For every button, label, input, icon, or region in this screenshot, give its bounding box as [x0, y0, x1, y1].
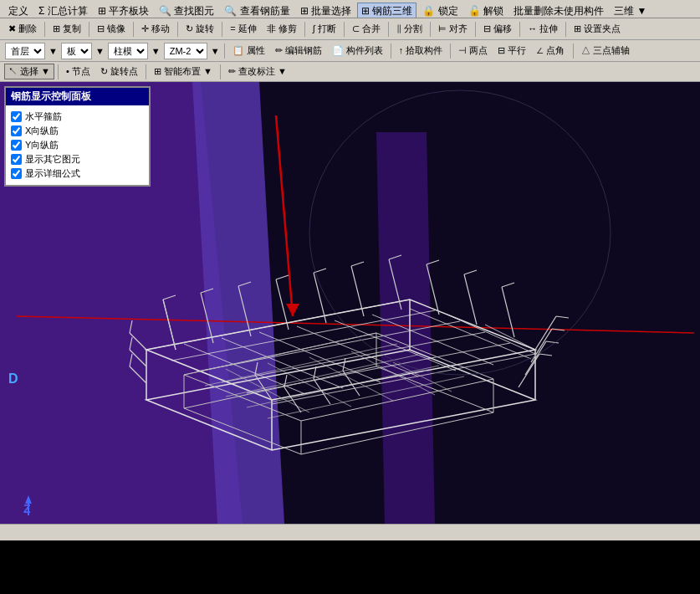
cb-x-label: X向纵筋	[25, 125, 59, 137]
cb-show-other-label: 显示其它图元	[25, 153, 80, 166]
statusbar	[0, 524, 700, 540]
cb-horizontal-label: 水平箍筋	[25, 110, 62, 123]
menu-sum[interactable]: Σ 汇总计算	[33, 3, 93, 18]
btn-pick-component[interactable]: ↑ 拾取构件	[395, 43, 447, 59]
select-zoom[interactable]: ZM-2	[164, 43, 207, 59]
btn-grip[interactable]: ⊞ 设置夹点	[570, 21, 625, 37]
cb-x-rebar[interactable]	[11, 125, 22, 136]
btn-property[interactable]: 📋 属性	[228, 43, 269, 59]
btn-stretch[interactable]: ↔ 拉伸	[524, 21, 562, 37]
btn-smart-layout[interactable]: ⊞ 智能布置 ▼	[150, 64, 217, 79]
menu-bar: 定义 Σ 汇总计算 ⊞ 平齐板块 🔍 查找图元 🔍 查看钢筋量 ⊞ 批量选择 ⊞…	[0, 0, 700, 18]
toolbar-nav: 首层 ▼ 板 ▼ 柱模 ▼ ZM-2 ▼ 📋 属性 ✏ 编辑钢筋 📄 构件列表 …	[0, 40, 700, 62]
control-panel-title: 钢筋显示控制面板	[6, 88, 149, 105]
btn-three-point[interactable]: △ 三点辅轴	[577, 43, 634, 59]
btn-align[interactable]: ⊨ 对齐	[434, 21, 472, 37]
sep1	[44, 22, 45, 37]
control-panel-body: 水平箍筋 X向纵筋 Y向纵筋 显示其它图元 显示详细公式	[6, 105, 149, 185]
menu-3d[interactable]: 三维 ▼	[609, 3, 651, 18]
btn-point-angle[interactable]: ∠ 点角	[532, 43, 569, 59]
sep11	[519, 22, 520, 37]
sep-t3a	[58, 64, 59, 79]
sep8	[388, 22, 389, 37]
sep2	[89, 22, 89, 37]
btn-parallel[interactable]: ⊟ 平行	[493, 43, 530, 59]
btn-delete[interactable]: ✖ 删除	[4, 21, 41, 37]
btn-rotate[interactable]: ↻ 旋转	[181, 21, 218, 37]
btn-node[interactable]: • 节点	[62, 64, 95, 79]
cb-y-rebar[interactable]	[11, 140, 22, 151]
sep12	[565, 22, 566, 37]
btn-rotate-point[interactable]: ↻ 旋转点	[96, 64, 142, 79]
checkbox-y-rebar[interactable]: Y向纵筋	[11, 139, 144, 151]
btn-check-annotation[interactable]: ✏ 查改标注 ▼	[224, 64, 291, 79]
sep-elem: ▼	[151, 46, 161, 56]
btn-split[interactable]: ∥ 分割	[392, 21, 427, 37]
cb-formula[interactable]	[11, 168, 22, 179]
sep9	[430, 22, 431, 37]
sep-t2d	[573, 44, 574, 59]
btn-component-list[interactable]: 📄 构件列表	[328, 43, 387, 59]
sep4	[177, 22, 178, 37]
svg-text:Z: Z	[23, 502, 31, 515]
sep7	[344, 22, 345, 37]
checkbox-x-rebar[interactable]: X向纵筋	[11, 125, 144, 137]
btn-move[interactable]: ✛ 移动	[137, 21, 174, 37]
sep6	[304, 22, 305, 37]
menu-find[interactable]: 🔍 查找图元	[154, 3, 219, 18]
sep-t3b	[146, 64, 146, 79]
sep-zoom: ▼	[211, 46, 220, 56]
btn-mirror[interactable]: ⊟ 镜像	[93, 21, 130, 37]
menu-view-rebar[interactable]: 🔍 查看钢筋量	[219, 3, 294, 18]
cb-y-label: Y向纵筋	[25, 139, 59, 151]
sep10	[475, 22, 476, 37]
sep-t2	[224, 44, 225, 59]
sep-t3c	[220, 64, 221, 79]
btn-extend[interactable]: = 延伸	[226, 21, 260, 37]
select-type[interactable]: 板	[61, 43, 92, 59]
viewport-3d: D Z 钢筋显示控制面板 水平箍筋 X向纵筋 Y向纵筋 显示其它图元	[0, 82, 700, 524]
menu-define[interactable]: 定义	[3, 3, 33, 18]
menu-unlock[interactable]: 🔓 解锁	[463, 3, 508, 18]
sep-floor: ▼	[49, 46, 58, 56]
menu-batch-select[interactable]: ⊞ 批量选择	[295, 3, 356, 18]
btn-offset[interactable]: ⊟ 偏移	[479, 21, 516, 37]
toolbar-select: ↖ 选择 ▼ • 节点 ↻ 旋转点 ⊞ 智能布置 ▼ ✏ 查改标注 ▼	[0, 62, 700, 82]
svg-text:D: D	[8, 371, 18, 386]
btn-copy[interactable]: ⊞ 复制	[49, 21, 85, 37]
select-floor[interactable]: 首层	[5, 43, 45, 59]
cb-horizontal[interactable]	[11, 111, 22, 122]
menu-align[interactable]: ⊞ 平齐板块	[93, 3, 154, 18]
select-element[interactable]: 柱模	[108, 43, 148, 59]
sep3	[133, 22, 134, 37]
btn-break[interactable]: ∫ 打断	[309, 21, 340, 37]
sep-type: ▼	[95, 46, 105, 56]
menu-batch-delete[interactable]: 批量删除未使用构件	[508, 3, 609, 18]
btn-edit-rebar[interactable]: ✏ 编辑钢筋	[271, 43, 326, 59]
menu-rebar-3d[interactable]: ⊞ 钢筋三维	[357, 3, 416, 18]
btn-select[interactable]: ↖ 选择 ▼	[4, 64, 54, 79]
control-panel: 钢筋显示控制面板 水平箍筋 X向纵筋 Y向纵筋 显示其它图元 显示详细公式	[4, 86, 151, 187]
btn-two-points[interactable]: ⊣ 两点	[454, 43, 492, 59]
checkbox-show-other[interactable]: 显示其它图元	[11, 153, 144, 166]
sep5	[222, 22, 222, 37]
sep-t2c	[450, 44, 451, 59]
checkbox-show-formula[interactable]: 显示详细公式	[11, 167, 144, 180]
btn-merge[interactable]: ⊂ 合并	[348, 21, 385, 37]
toolbar-edit: ✖ 删除 ⊞ 复制 ⊟ 镜像 ✛ 移动 ↻ 旋转 = 延伸 非 修剪 ∫ 打断 …	[0, 18, 700, 40]
cb-formula-label: 显示详细公式	[25, 167, 80, 180]
sep-t2b	[391, 44, 391, 59]
btn-trim[interactable]: 非 修剪	[263, 21, 301, 37]
menu-lock[interactable]: 🔒 锁定	[417, 3, 462, 18]
checkbox-horizontal-rebar[interactable]: 水平箍筋	[11, 110, 144, 123]
cb-show-other[interactable]	[11, 154, 22, 165]
